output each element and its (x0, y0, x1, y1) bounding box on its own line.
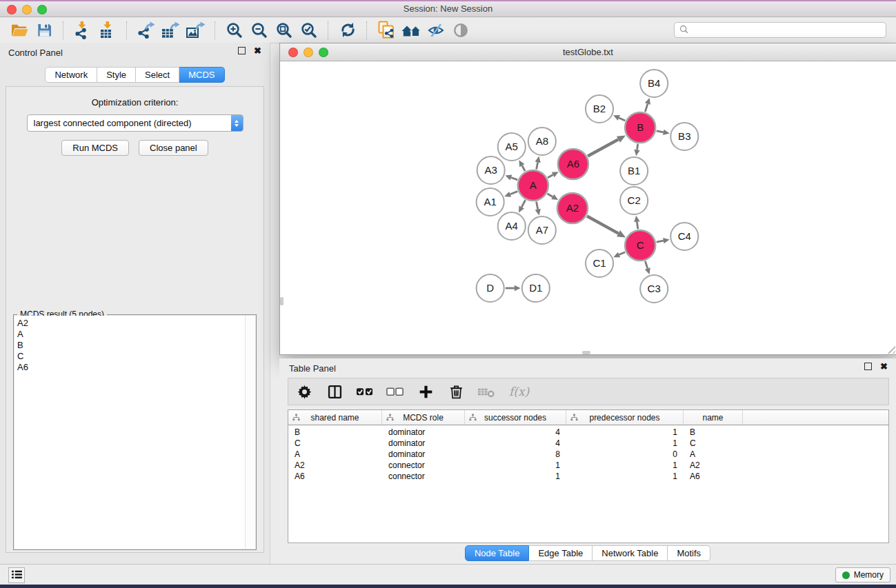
tab-style[interactable]: Style (97, 67, 136, 83)
table-row[interactable]: A6connector11A6 (288, 471, 888, 482)
graph-node-B4[interactable]: B4 (640, 70, 668, 97)
graph-edge-C-C2[interactable] (634, 216, 639, 229)
result-list-item[interactable]: C (17, 351, 255, 362)
graph-edge-B-B2[interactable] (613, 115, 625, 121)
graph-node-C1[interactable]: C1 (586, 250, 613, 277)
graph-node-B1[interactable]: B1 (620, 157, 648, 185)
column-layout-icon[interactable] (326, 383, 344, 401)
graph-node-A4[interactable]: A4 (498, 212, 526, 240)
graph-edge-A6-B[interactable] (588, 136, 626, 156)
graph-node-D[interactable]: D (477, 274, 504, 302)
memory-button[interactable]: Memory (835, 567, 890, 582)
zoom-window-button[interactable] (37, 5, 47, 14)
graph-node-C[interactable]: C (625, 230, 655, 261)
close-panel-button[interactable]: Close panel (139, 140, 208, 156)
table-row[interactable]: A2connector11A2 (288, 460, 888, 471)
column-header-predecessor-nodes[interactable]: predecessor nodes (566, 410, 684, 425)
table-cell[interactable]: 4 (465, 427, 566, 437)
graph-edge-B-B3[interactable] (657, 130, 670, 135)
mcds-result-list[interactable]: A2ABCA6 (14, 316, 255, 549)
tab-edge-table[interactable]: Edge Table (529, 545, 593, 561)
graph-edge-A2-C[interactable] (587, 216, 626, 238)
network-canvas[interactable]: B4B2BB3A8A5A6A3B1AC2A1A2A4A7C4CC1C3DD1 (280, 61, 896, 354)
graph-node-C3[interactable]: C3 (640, 275, 668, 303)
table-cell[interactable]: 1 (566, 472, 684, 481)
tab-node-table[interactable]: Node Table (465, 545, 530, 561)
tab-mcds[interactable]: MCDS (179, 67, 224, 83)
column-header-shared-name[interactable]: shared name (288, 410, 382, 425)
table-cell[interactable]: A2 (288, 460, 382, 470)
graph-edge-D-D1[interactable] (506, 285, 521, 291)
import-table-icon[interactable] (97, 20, 119, 41)
table-row[interactable]: Cdominator41C (288, 438, 888, 449)
graph-edge-A-A5[interactable] (519, 160, 525, 171)
run-mcds-button[interactable]: Run MCDS (61, 140, 129, 156)
graph-node-A[interactable]: A (518, 170, 548, 201)
zoom-selected-icon[interactable] (298, 20, 320, 41)
table-cell[interactable]: C (684, 438, 743, 448)
table-cell[interactable]: A (684, 449, 743, 459)
graph-node-A7[interactable]: A7 (528, 216, 556, 244)
add-row-icon[interactable] (417, 383, 435, 401)
export-image-icon[interactable] (185, 20, 207, 41)
result-list-item[interactable]: A6 (17, 362, 255, 373)
horizontal-scroll-indicator[interactable] (582, 351, 590, 354)
graphics-details-icon[interactable] (425, 20, 447, 41)
clear-checks-icon[interactable] (386, 383, 404, 401)
save-session-icon[interactable] (33, 20, 55, 41)
zoom-out-icon[interactable] (248, 20, 270, 41)
graph-node-A1[interactable]: A1 (477, 188, 504, 216)
table-cell[interactable]: 1 (566, 460, 684, 470)
table-cell[interactable]: dominator (382, 427, 465, 437)
search-input[interactable] (692, 25, 881, 36)
table-cell[interactable]: 8 (465, 449, 566, 459)
table-cell[interactable]: connector (382, 472, 465, 481)
result-list-item[interactable]: A (17, 329, 255, 340)
table-row[interactable]: Adominator80A (288, 449, 888, 460)
zoom-fit-icon[interactable] (273, 20, 295, 41)
graph-node-D1[interactable]: D1 (522, 274, 550, 302)
table-cell[interactable]: dominator (382, 449, 465, 459)
graph-node-B3[interactable]: B3 (670, 123, 698, 150)
result-list-item[interactable]: A2 (17, 318, 255, 329)
table-cell[interactable]: 4 (465, 438, 566, 448)
network-close-button[interactable] (288, 48, 298, 57)
graph-edge-C-C4[interactable] (657, 238, 670, 243)
graph-node-A8[interactable]: A8 (528, 128, 556, 155)
graph-node-A6[interactable]: A6 (558, 149, 588, 179)
graph-node-A3[interactable]: A3 (477, 156, 505, 184)
graph-edge-A-A2[interactable] (548, 194, 558, 200)
zoom-in-icon[interactable] (223, 20, 246, 41)
close-table-panel-icon[interactable]: ✖ (880, 363, 888, 370)
table-cell[interactable]: connector (382, 460, 465, 470)
table-cell[interactable]: 1 (465, 460, 566, 470)
graph-edge-A-A7[interactable] (535, 202, 541, 216)
open-session-icon[interactable] (8, 20, 30, 41)
graph-edge-A-A1[interactable] (504, 192, 517, 197)
table-cell[interactable]: 1 (465, 472, 566, 481)
table-cell[interactable]: 1 (566, 438, 684, 448)
graph-edge-B-B4[interactable] (645, 98, 650, 112)
graph-node-C2[interactable]: C2 (620, 187, 648, 214)
vertical-scroll-indicator[interactable] (280, 297, 283, 305)
table-cell[interactable]: A6 (684, 472, 743, 481)
graph-node-C4[interactable]: C4 (670, 223, 698, 250)
graph-edge-A-A8[interactable] (535, 156, 541, 170)
delete-row-icon[interactable] (447, 383, 465, 401)
table-cell[interactable]: B (684, 427, 743, 437)
float-panel-icon[interactable] (238, 47, 246, 54)
tab-select[interactable]: Select (136, 67, 179, 83)
graph-edge-A-A6[interactable] (548, 172, 559, 177)
table-cell[interactable]: A (288, 449, 382, 459)
tab-network-table[interactable]: Network Table (593, 545, 668, 561)
table-settings-icon[interactable] (295, 383, 313, 401)
table-cell[interactable]: B (288, 427, 382, 437)
table-row[interactable]: Bdominator41B (288, 427, 888, 438)
graph-edge-A-A4[interactable] (519, 200, 526, 212)
criterion-dropdown[interactable]: largest connected component (directed) (27, 114, 243, 132)
close-panel-icon[interactable]: ✖ (254, 47, 261, 54)
export-table-icon[interactable] (160, 20, 182, 41)
home-icon[interactable] (400, 20, 422, 41)
result-list-item[interactable]: B (17, 340, 255, 351)
minimize-window-button[interactable] (22, 5, 32, 14)
